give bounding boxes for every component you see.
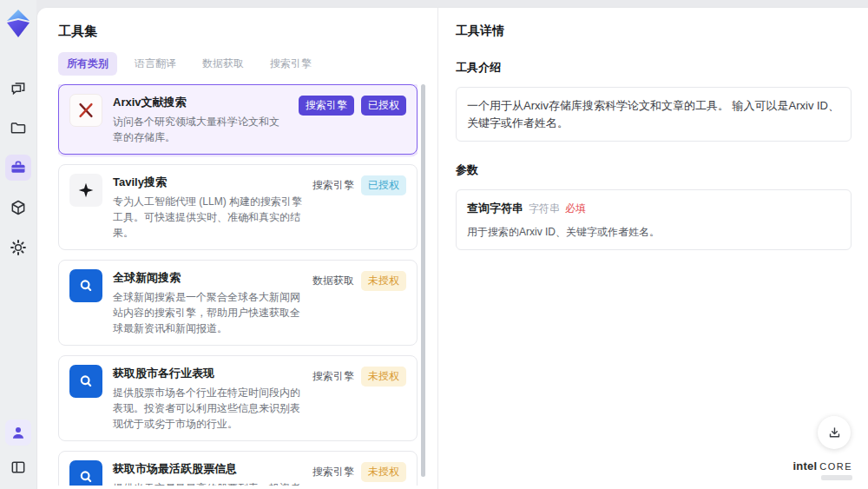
- intro-section-title: 工具介绍: [456, 60, 852, 76]
- tool-list: Arxiv文献搜索 访问各个研究领域大量科学论文和文章的存储库。 搜索引擎 已授…: [58, 84, 418, 486]
- tavily-icon: [69, 174, 102, 207]
- tool-name: Tavily搜索: [113, 175, 302, 190]
- arxiv-icon: [69, 94, 102, 127]
- intro-box: 一个用于从Arxiv存储库搜索科学论文和文章的工具。 输入可以是Arxiv ID…: [456, 87, 852, 142]
- tool-card[interactable]: Tavily搜索 专为人工智能代理 (LLM) 构建的搜索引擎工具。可快速提供实…: [58, 164, 418, 250]
- nav-models[interactable]: [5, 195, 31, 221]
- auth-status-badge: 未授权: [361, 462, 406, 482]
- cube-icon: [10, 199, 27, 216]
- tool-name: 全球新闻搜索: [113, 270, 302, 286]
- tool-description: 专为人工智能代理 (LLM) 构建的搜索引擎工具。可快速提供实时、准确和真实的结…: [113, 194, 302, 241]
- tool-description: 全球新闻搜索是一个聚合全球各大新闻网站内容的搜索引擎，帮助用户快速获取全球最新资…: [113, 289, 302, 336]
- briefcase-icon: [10, 159, 27, 176]
- category-badge: 搜索引擎: [312, 462, 354, 482]
- tool-card[interactable]: 获取市场最活跃股票信息 提供当天交易量最高的股票列表。投资者可以利用这些信息来识…: [58, 451, 418, 486]
- param-required-flag: 必填: [565, 201, 586, 216]
- core-logo-text: CORE: [819, 461, 852, 472]
- details-title: 工具详情: [456, 23, 852, 39]
- tool-description: 提供当天交易量最高的股票列表。投资者可以利用这些信息来识别流动性强的股票和潜在的…: [113, 480, 302, 486]
- tab-1[interactable]: 语言翻译: [126, 52, 185, 76]
- tool-card[interactable]: 获取股市各行业表现 提供股票市场各个行业在特定时间段内的表现。投资者可以利用这些…: [58, 355, 418, 441]
- page-title: 工具集: [58, 23, 437, 40]
- app-logo-icon: [5, 9, 31, 38]
- intel-logo-text: intel: [792, 459, 817, 472]
- sidebar-toggle[interactable]: [5, 454, 31, 480]
- param-name: 查询字符串: [467, 200, 523, 217]
- tool-card[interactable]: Arxiv文献搜索 访问各个研究领域大量科学论文和文章的存储库。 搜索引擎 已授…: [58, 84, 418, 155]
- category-tabs: 所有类别语言翻译数据获取搜索引擎: [58, 52, 437, 76]
- tool-name: 获取市场最活跃股票信息: [113, 461, 302, 477]
- category-badge: 搜索引擎: [312, 367, 354, 387]
- news-search-icon: [69, 269, 102, 302]
- tab-0[interactable]: 所有类别: [58, 52, 117, 76]
- tool-description: 访问各个研究领域大量科学论文和文章的存储库。: [113, 114, 288, 145]
- auth-status-badge: 未授权: [361, 271, 406, 291]
- user-avatar[interactable]: [5, 420, 31, 446]
- auth-status-badge: 已授权: [361, 175, 406, 195]
- tab-2[interactable]: 数据获取: [194, 52, 253, 76]
- tool-details-panel: 工具详情 工具介绍 一个用于从Arxiv存储库搜索科学论文和文章的工具。 输入可…: [437, 8, 868, 489]
- download-button[interactable]: [818, 416, 851, 449]
- params-section-title: 参数: [456, 162, 852, 178]
- stock-search-icon: [69, 460, 102, 486]
- chat-icon: [10, 79, 27, 96]
- param-type: 字符串: [529, 201, 560, 216]
- category-badge: 搜索引擎: [299, 96, 354, 116]
- category-badge: 数据获取: [312, 271, 354, 291]
- nav-chat[interactable]: [5, 75, 31, 101]
- list-scrollbar[interactable]: [421, 84, 425, 477]
- nav-settings[interactable]: [5, 235, 31, 261]
- params-list: 查询字符串 字符串 必填 用于搜索的Arxiv ID、关键字或作者姓名。: [456, 189, 852, 250]
- folder-icon: [10, 119, 27, 136]
- nav-tools[interactable]: [5, 155, 31, 181]
- user-icon: [10, 425, 26, 440]
- download-icon: [827, 426, 842, 440]
- tool-card[interactable]: 全球新闻搜索 全球新闻搜索是一个聚合全球各大新闻网站内容的搜索引擎，帮助用户快速…: [58, 260, 418, 346]
- tab-3[interactable]: 搜索引擎: [261, 52, 320, 76]
- nav-rail: [0, 0, 36, 489]
- tool-name: 获取股市各行业表现: [113, 366, 302, 381]
- intel-core-logo: intelCORE: [792, 459, 852, 480]
- nav-files[interactable]: [5, 115, 31, 141]
- tool-description: 提供股票市场各个行业在特定时间段内的表现。投资者可以利用这些信息来识别表现优于或…: [113, 385, 302, 432]
- auth-status-badge: 已授权: [361, 96, 406, 116]
- gear-icon: [10, 239, 27, 256]
- auth-status-badge: 未授权: [361, 367, 406, 387]
- param-box: 查询字符串 字符串 必填 用于搜索的Arxiv ID、关键字或作者姓名。: [456, 189, 852, 250]
- param-description: 用于搜索的Arxiv ID、关键字或作者姓名。: [467, 224, 840, 240]
- category-badge: 搜索引擎: [312, 175, 354, 195]
- tool-list-panel: 工具集 所有类别语言翻译数据获取搜索引擎 Arxiv文献搜索 访问各个研究领域大…: [37, 8, 437, 489]
- intel-logo-badge: [821, 475, 852, 480]
- tool-name: Arxiv文献搜索: [113, 95, 288, 110]
- stock-search-icon: [69, 365, 102, 398]
- panel-icon: [10, 459, 27, 476]
- main-surface: 工具集 所有类别语言翻译数据获取搜索引擎 Arxiv文献搜索 访问各个研究领域大…: [36, 7, 868, 489]
- app-window: 工具集 所有类别语言翻译数据获取搜索引擎 Arxiv文献搜索 访问各个研究领域大…: [0, 0, 868, 489]
